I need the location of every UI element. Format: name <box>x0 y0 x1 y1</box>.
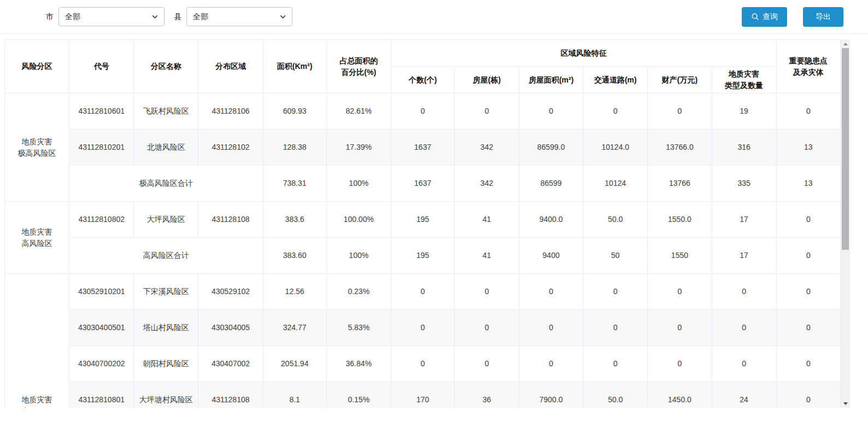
table-cell: 43112810201 <box>69 130 134 166</box>
scrollbar-down-button[interactable] <box>841 399 850 408</box>
table-cell: 43112810601 <box>69 93 134 130</box>
table-cell: 43052910201 <box>69 274 134 310</box>
table-cell: 1550 <box>648 238 712 274</box>
city-label: 市 <box>46 12 54 22</box>
table-cell: 0.15% <box>326 382 391 408</box>
header-regional-risk-features: 区域风险特征 <box>391 40 776 67</box>
table-cell: 100.00% <box>326 202 391 238</box>
table-cell: 342 <box>454 130 519 166</box>
table-cell: 431128108 <box>198 202 263 238</box>
table-cell: 0 <box>583 310 648 346</box>
header-geo-disaster-types: 地质灾害 类型及数量 <box>712 67 776 93</box>
table-cell: 0.23% <box>326 274 391 310</box>
table-cell: 24 <box>712 382 776 408</box>
table-cell: 195 <box>391 238 454 274</box>
table-cell: 0 <box>583 274 648 310</box>
query-button-label: 查询 <box>763 12 778 22</box>
table-cell: 13766 <box>648 166 712 202</box>
table-cell: 195 <box>391 202 454 238</box>
table-cell: 1450.0 <box>648 382 712 408</box>
table-cell: 7900.0 <box>519 382 583 408</box>
table-cell: 0 <box>519 274 583 310</box>
table-cell: 北塘风险区 <box>134 130 198 166</box>
table-cell: 0 <box>454 274 519 310</box>
table-cell: 0 <box>519 310 583 346</box>
table-cell: 316 <box>712 130 776 166</box>
table-cell: 0 <box>776 274 840 310</box>
table-cell: 0 <box>519 346 583 382</box>
scrollbar-up-button[interactable] <box>841 39 850 48</box>
city-select[interactable]: 全部 <box>58 7 165 26</box>
table-cell: 100% <box>326 238 391 274</box>
scrollbar[interactable] <box>841 39 850 408</box>
table-cell: 13766.0 <box>648 130 712 166</box>
table-cell: 飞跃村风险区 <box>134 93 198 130</box>
search-icon <box>751 13 759 21</box>
risk-table: 风险分区 代号 分区名称 分布区域 面积(Km²) 占总面积的 百分比(%) 区… <box>4 39 841 408</box>
table-header: 风险分区 代号 分区名称 分布区域 面积(Km²) 占总面积的 百分比(%) 区… <box>5 40 841 93</box>
table-cell: 324.77 <box>263 310 326 346</box>
table-cell: 430529102 <box>198 274 263 310</box>
table-cell: 431128106 <box>198 93 263 130</box>
header-distribution-area: 分布区域 <box>198 40 263 93</box>
table-cell: 19 <box>712 93 776 130</box>
table-cell: 0 <box>776 346 840 382</box>
triangle-down-icon <box>843 402 848 405</box>
summary-label-cell: 高风险区合计 <box>69 238 263 274</box>
header-count: 个数(个) <box>391 67 454 93</box>
table-cell: 43112810802 <box>69 202 134 238</box>
county-select[interactable]: 全部 <box>186 7 292 26</box>
chevron-down-icon <box>151 13 159 20</box>
group-label-cell: 地质灾害 中风险区 <box>5 274 69 408</box>
table-cell: 0 <box>454 346 519 382</box>
table-cell: 9400 <box>519 238 583 274</box>
table-row: 43112810201北塘风险区431128102128.3817.39%163… <box>5 130 841 166</box>
table-cell: 0 <box>712 274 776 310</box>
table-cell: 41 <box>454 202 519 238</box>
toolbar-buttons: 查询 导出 <box>742 7 843 27</box>
table-cell: 塔山村风险区 <box>134 310 198 346</box>
table-cell: 0 <box>648 346 712 382</box>
table-cell: 609.93 <box>263 93 326 130</box>
table-cell: 0 <box>519 93 583 130</box>
table-cell: 430407002 <box>198 346 263 382</box>
table-cell: 13 <box>776 130 840 166</box>
table-cell: 0 <box>583 346 648 382</box>
table-cell: 170 <box>391 382 454 408</box>
table-cell: 738.31 <box>263 166 326 202</box>
table-cell: 43112810801 <box>69 382 134 408</box>
table-cell: 1637 <box>391 166 454 202</box>
table-row: 地质灾害 高风险区43112810802大坪风险区431128108383.61… <box>5 202 841 238</box>
header-risk-zone: 风险分区 <box>5 40 69 93</box>
table-cell: 0 <box>712 310 776 346</box>
table-cell: 86599 <box>519 166 583 202</box>
table-row: 43112810801大坪塘村风险区4311281088.10.15%17036… <box>5 382 841 408</box>
summary-label-cell: 极高风险区合计 <box>69 166 263 202</box>
county-label: 县 <box>174 12 181 22</box>
table-cell: 50.0 <box>583 382 648 408</box>
table-cell: 0 <box>776 93 840 130</box>
chevron-down-icon <box>279 13 286 20</box>
scrollbar-thumb[interactable] <box>842 48 849 250</box>
header-zone-name: 分区名称 <box>134 40 198 93</box>
table-cell: 0 <box>391 93 454 130</box>
export-button[interactable]: 导出 <box>803 7 843 27</box>
header-key-hidden-dangers: 重要隐患点 及承灾体 <box>776 40 840 93</box>
table-cell: 36.84% <box>326 346 391 382</box>
table-cell: 0 <box>583 93 648 130</box>
query-button[interactable]: 查询 <box>742 7 787 27</box>
header-code: 代号 <box>69 40 134 93</box>
table-cell: 朝阳村风险区 <box>134 346 198 382</box>
table-cell: 335 <box>712 166 776 202</box>
table-cell: 0 <box>776 202 840 238</box>
table-cell: 430304005 <box>198 310 263 346</box>
table-cell: 383.60 <box>263 238 326 274</box>
table-cell: 383.6 <box>263 202 326 238</box>
table-cell: 100% <box>326 166 391 202</box>
city-select-value: 全部 <box>65 12 80 22</box>
table-cell: 0 <box>391 346 454 382</box>
table-cell: 10124 <box>583 166 648 202</box>
table-cell: 5.83% <box>326 310 391 346</box>
table-cell: 大坪风险区 <box>134 202 198 238</box>
table-cell: 17 <box>712 238 776 274</box>
